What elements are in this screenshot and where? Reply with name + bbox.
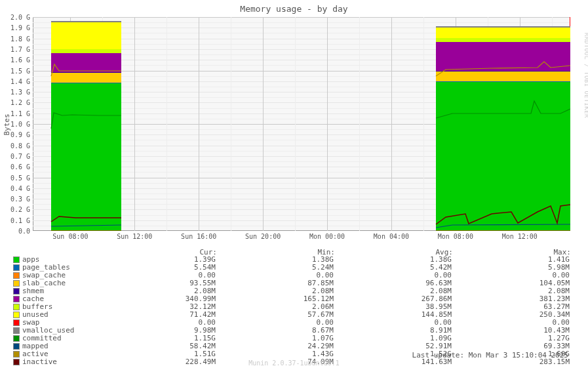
legend-row: slab_cache93.55M87.85M96.63M104.05M [13, 279, 571, 287]
y-tick-label: 1.7 G [10, 45, 33, 52]
legend-swatch [13, 304, 20, 310]
y-tick-label: 0.4 G [10, 184, 33, 192]
legend-swatch [13, 280, 20, 287]
legend-row: shmem2.08M2.08M2.08M2.08M [13, 287, 571, 295]
y-tick-label: 2.0 G [10, 14, 33, 21]
legend-max: 250.34M [452, 311, 570, 319]
legend-row: apps1.39G1.38G1.38G1.41G [13, 256, 571, 264]
legend-min: 57.67M [216, 311, 334, 319]
legend-swatch [13, 319, 20, 326]
y-tick-label: 1.5 G [10, 67, 33, 74]
legend-swatch [13, 343, 20, 350]
x-tick-label: Sun 08:00 [52, 231, 88, 240]
x-tick-label: Mon 12:00 [502, 231, 538, 240]
x-tick-label: Sun 16:00 [181, 231, 216, 240]
y-axis-label: Bytes [3, 113, 11, 135]
legend-swatch [13, 335, 20, 342]
y-tick-label: 1.8 G [10, 35, 33, 42]
y-tick-label: 0.2 G [10, 206, 33, 213]
legend-swatch [13, 288, 20, 295]
y-tick-label: 1.4 G [10, 77, 33, 85]
rrdtool-watermark: RRDTOOL / TOBI OETIKER [583, 33, 588, 118]
legend-swatch [13, 264, 20, 271]
legend-row: vmalloc_used9.98M8.67M8.91M10.43M [13, 327, 571, 335]
y-tick-label: 0.9 G [10, 131, 33, 138]
stack-segment-sun [51, 21, 121, 231]
y-tick-label: 1.3 G [10, 89, 33, 96]
y-tick-label: 0.5 G [10, 174, 33, 181]
y-tick-label: 0.1 G [10, 216, 33, 224]
y-tick-label: 1.2 G [10, 99, 33, 106]
x-tick-label: Sun 20:00 [245, 231, 281, 240]
legend-row: page_tables5.54M5.24M5.42M5.98M [13, 264, 571, 272]
munin-version-footer: Munin 2.0.37-1ubuntu0.1 [0, 359, 588, 367]
y-tick-label: 1.6 G [10, 56, 33, 64]
legend-row: buffers32.12M2.06M38.95M63.27M [13, 303, 571, 311]
legend-row: unused71.42M57.67M144.85M250.34M [13, 311, 571, 319]
x-tick-label: Sun 12:00 [117, 231, 152, 240]
y-tick-label: 1.1 G [10, 110, 33, 117]
legend-swatch [13, 256, 20, 263]
legend-row: cache340.99M165.12M267.86M381.23M [13, 295, 571, 303]
legend-swatch [13, 272, 20, 279]
plot-area: 0.00.1 G0.2 G0.3 G0.4 G0.5 G0.6 G0.7 G0.… [33, 17, 570, 231]
y-tick-label: 0.6 G [10, 163, 33, 171]
legend-max: 5.98M [452, 264, 570, 272]
y-tick-label: 0.3 G [10, 195, 33, 203]
legend-row: committed1.15G1.07G1.09G1.27G [13, 335, 571, 342]
legend-cur: 5.54M [98, 264, 216, 272]
legend-swatch [13, 351, 20, 358]
y-tick-label: 0.7 G [10, 152, 33, 159]
legend-swatch [13, 312, 20, 318]
x-tick-label: Mon 00:00 [309, 231, 345, 240]
legend-row: mapped58.42M24.29M52.91M69.33M [13, 342, 571, 350]
legend-avg: 5.42M [334, 264, 452, 272]
legend-swatch [13, 327, 20, 334]
legend-row: swap_cache0.000.000.000.00 [13, 272, 571, 279]
legend-row: swap0.000.000.000.00 [13, 319, 571, 327]
legend-avg: 144.85M [334, 311, 452, 319]
last-update-text: Last update: Mon Mar 3 15:10:04 2025 [412, 351, 568, 359]
legend-min: 5.24M [216, 264, 334, 272]
legend-cur: 71.42M [98, 311, 216, 319]
y-tick-label: 0.0 [18, 228, 33, 235]
x-tick-label: Mon 04:00 [374, 231, 409, 240]
y-tick-label: 1.0 G [10, 121, 33, 128]
chart-title: Memory usage - by day [0, 0, 588, 16]
y-tick-label: 1.9 G [10, 24, 33, 31]
stack-segment-mon [436, 26, 570, 231]
legend-swatch [13, 296, 20, 302]
legend-table: Cur: Min: Avg: Max: apps1.39G1.38G1.38G1… [13, 248, 571, 366]
y-tick-label: 0.8 G [10, 142, 33, 149]
x-tick-label: Mon 08:00 [438, 231, 473, 240]
